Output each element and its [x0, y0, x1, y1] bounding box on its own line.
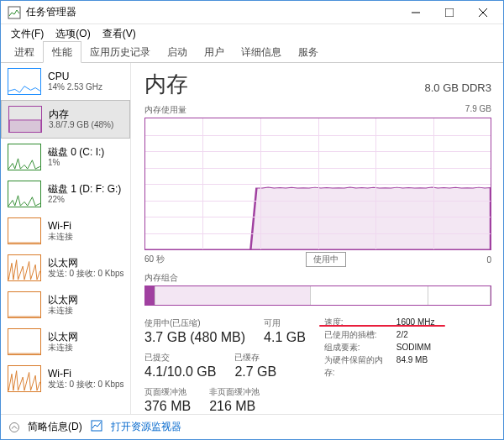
maximize-button[interactable]	[433, 1, 466, 24]
sidebar-item-name: 磁盘 0 (C: I:)	[48, 146, 104, 158]
usage-label: 内存使用量	[144, 104, 186, 116]
minimize-button[interactable]	[399, 1, 433, 24]
sparkline-icon	[8, 181, 41, 207]
stat-nonpaged: 非页面缓冲池 216 MB	[209, 386, 260, 414]
composition-label: 内存组合	[144, 272, 491, 284]
stat-committed: 已提交 4.1/10.0 GB	[144, 352, 216, 380]
sidebar-item-name: 以太网	[48, 294, 78, 306]
detail-value: 84.9 MB	[396, 354, 428, 379]
brief-info-button[interactable]: 简略信息(D)	[28, 420, 82, 434]
app-icon	[8, 6, 21, 19]
sparkline-icon	[8, 144, 41, 170]
sidebar-item-name: 以太网	[48, 331, 78, 343]
stat-cached: 已缓存 2.7 GB	[234, 352, 276, 380]
stats-block: 使用中(已压缩) 3.7 GB (480 MB) 可用 4.1 GB 已提交 4…	[144, 316, 491, 414]
sidebar[interactable]: CPU14% 2.53 GHz内存3.8/7.9 GB (48%)磁盘 0 (C…	[1, 63, 131, 414]
sidebar-item-name: 内存	[49, 108, 113, 120]
close-button[interactable]	[466, 1, 500, 24]
sidebar-item-2[interactable]: 磁盘 0 (C: I:)1%	[1, 139, 130, 175]
sidebar-item-sub: 1%	[48, 158, 104, 168]
tab-进程[interactable]: 进程	[6, 42, 43, 62]
main-area: CPU14% 2.53 GHz内存3.8/7.9 GB (48%)磁盘 0 (C…	[1, 63, 503, 414]
sidebar-item-sub: 22%	[48, 195, 121, 205]
axis-right: 0	[486, 255, 491, 265]
chart-axis-row: 60 秒 使用中 0	[144, 252, 491, 267]
menu-item[interactable]: 查看(V)	[97, 25, 141, 43]
sidebar-item-name: 以太网	[48, 257, 123, 269]
tab-应用历史记录[interactable]: 应用历史记录	[81, 42, 159, 62]
detail-key: 组成要素:	[324, 341, 391, 354]
sidebar-item-3[interactable]: 磁盘 1 (D: F: G:)22%	[1, 175, 130, 212]
axis-left: 60 秒	[144, 254, 165, 265]
sidebar-item-sub: 发送: 0 接收: 0 Kbps	[48, 380, 123, 390]
sparkline-icon	[8, 106, 42, 133]
window-title: 任务管理器	[26, 5, 399, 19]
page-title: 内存	[144, 70, 188, 99]
detail-row: 组成要素:SODIMM	[324, 341, 435, 354]
task-manager-window: 任务管理器 文件(F)选项(O)查看(V) 进程性能应用历史记录启动用户详细信息…	[0, 0, 504, 440]
sidebar-item-sub: 发送: 0 接收: 0 Kbps	[48, 269, 123, 279]
sidebar-item-name: Wi-Fi	[48, 220, 73, 232]
content-pane: 内存 8.0 GB DDR3 内存使用量 7.9 GB 60 秒 使用中 0 内…	[131, 63, 503, 414]
detail-row: 已使用的插槽:2/2	[324, 328, 435, 341]
composition-segment	[155, 286, 311, 305]
sidebar-item-5[interactable]: 以太网发送: 0 接收: 0 Kbps	[1, 249, 130, 286]
open-resource-monitor-link[interactable]: 打开资源监视器	[111, 420, 181, 434]
sparkline-icon	[8, 328, 41, 355]
sidebar-item-4[interactable]: Wi-Fi未连接	[1, 212, 130, 249]
sidebar-item-name: 磁盘 1 (D: F: G:)	[48, 183, 121, 195]
usage-label-row: 内存使用量 7.9 GB	[144, 104, 491, 116]
sidebar-item-sub: 3.8/7.9 GB (48%)	[49, 120, 113, 130]
svg-rect-2	[445, 8, 454, 17]
sidebar-item-name: CPU	[48, 71, 102, 82]
memory-details: 速度:1600 MHz已使用的插槽:2/2组成要素:SODIMM为硬件保留的内存…	[324, 316, 435, 414]
detail-row: 为硬件保留的内存:84.9 MB	[324, 354, 435, 379]
composition-segment	[428, 286, 491, 305]
sidebar-item-0[interactable]: CPU14% 2.53 GHz	[1, 63, 130, 100]
detail-key: 为硬件保留的内存:	[324, 354, 391, 379]
sidebar-item-sub: 14% 2.53 GHz	[48, 82, 102, 92]
footer: 简略信息(D) 打开资源监视器	[1, 414, 503, 439]
memory-spec: 8.0 GB DDR3	[425, 81, 491, 94]
sparkline-icon	[8, 365, 41, 392]
memory-composition-chart[interactable]	[144, 285, 491, 306]
inuse-badge: 使用中	[306, 252, 346, 267]
resource-monitor-icon	[91, 420, 102, 434]
detail-key: 已使用的插槽:	[324, 328, 391, 341]
sidebar-item-8[interactable]: Wi-Fi发送: 0 接收: 0 Kbps	[1, 360, 130, 397]
tab-用户[interactable]: 用户	[196, 42, 233, 62]
titlebar[interactable]: 任务管理器	[1, 1, 503, 24]
usage-max: 7.9 GB	[465, 104, 491, 116]
menu-item[interactable]: 选项(O)	[50, 25, 95, 43]
sidebar-item-1[interactable]: 内存3.8/7.9 GB (48%)	[1, 100, 130, 139]
tab-strip: 进程性能应用历史记录启动用户详细信息服务	[1, 43, 503, 63]
sparkline-icon	[8, 254, 41, 281]
content-header: 内存 8.0 GB DDR3	[144, 70, 491, 99]
tab-启动[interactable]: 启动	[159, 42, 196, 62]
sparkline-icon	[8, 68, 41, 95]
menubar: 文件(F)选项(O)查看(V)	[1, 24, 503, 43]
chevron-up-icon[interactable]	[9, 422, 19, 432]
composition-segment	[311, 286, 428, 305]
detail-value: SODIMM	[396, 341, 431, 354]
sidebar-item-6[interactable]: 以太网未连接	[1, 286, 130, 323]
sidebar-item-7[interactable]: 以太网未连接	[1, 323, 130, 360]
stat-available: 可用 4.1 GB	[264, 317, 306, 345]
memory-usage-chart[interactable]	[144, 118, 491, 250]
sidebar-item-name: Wi-Fi	[48, 368, 123, 380]
tab-服务[interactable]: 服务	[290, 42, 327, 62]
sparkline-icon	[8, 291, 41, 318]
sidebar-item-sub: 未连接	[48, 306, 78, 316]
sidebar-item-sub: 未连接	[48, 343, 78, 353]
stat-inuse: 使用中(已压缩) 3.7 GB (480 MB)	[144, 317, 245, 345]
composition-segment	[145, 286, 155, 305]
sparkline-icon	[8, 217, 41, 244]
detail-value: 2/2	[396, 328, 408, 341]
menu-item[interactable]: 文件(F)	[6, 25, 49, 43]
window-controls	[399, 1, 500, 24]
tab-性能[interactable]: 性能	[43, 41, 81, 63]
highlight-underline	[319, 325, 445, 327]
tab-详细信息[interactable]: 详细信息	[233, 42, 290, 62]
stat-paged: 页面缓冲池 376 MB	[144, 386, 191, 414]
sidebar-item-sub: 未连接	[48, 232, 73, 242]
